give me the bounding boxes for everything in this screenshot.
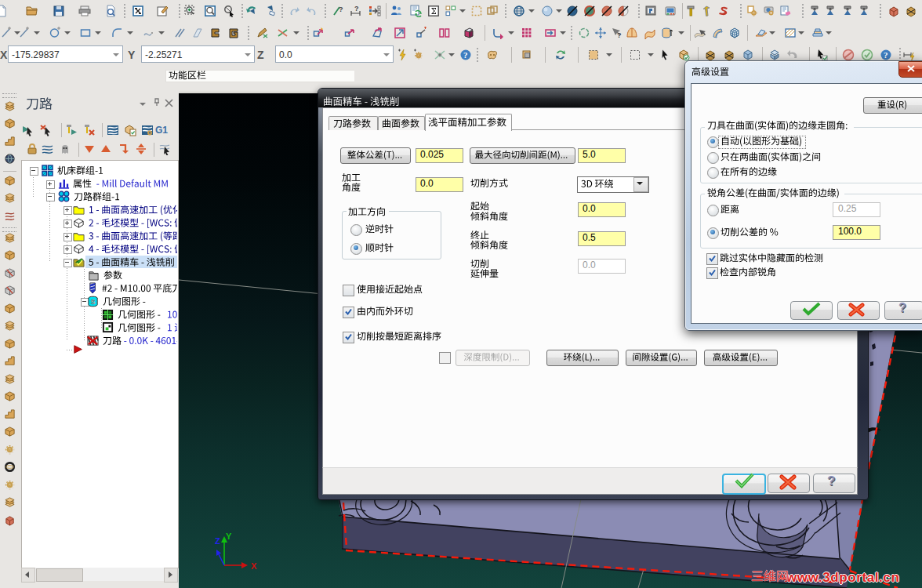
svg-text:Z: Z xyxy=(215,536,220,546)
svg-text:Y: Y xyxy=(226,532,232,541)
svg-text:X: X xyxy=(251,561,257,571)
